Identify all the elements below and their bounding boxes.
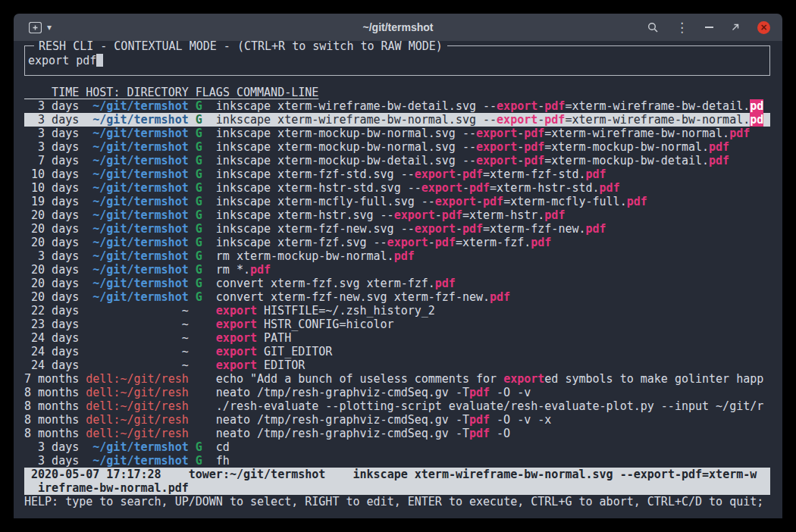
row-host-dir: ~/git/termshot	[86, 249, 188, 263]
close-button[interactable]: ×	[757, 21, 770, 34]
search-match: pdf	[544, 208, 565, 222]
history-row[interactable]: 3 days ~/git/termshot G fh	[24, 454, 770, 468]
search-match: pdf	[544, 113, 565, 127]
command-text: inkscape xterm-mockup-bw-detail.svg --	[216, 154, 476, 167]
command-text: -O	[490, 427, 510, 440]
row-command: export GIT_EDITOR	[216, 345, 333, 358]
history-row[interactable]: 8 months dell:~/git/resh ./resh-evaluate…	[24, 399, 770, 413]
search-match: pdf	[394, 249, 415, 263]
history-row[interactable]: 20 days ~/git/termshot G inkscape xterm-…	[24, 236, 770, 249]
history-row[interactable]: 22 days ~ export HISTFILE=~/.zsh_history…	[24, 304, 770, 318]
dropdown-caret-icon[interactable]: ▾	[47, 22, 52, 33]
command-text: echo "Add a bunch of useless comments fo…	[216, 372, 503, 386]
row-host-dir: ~	[86, 358, 188, 372]
command-text: inkscape xterm-fzf-new.svg --	[216, 222, 415, 236]
history-row[interactable]: 3 days ~/git/termshot G inkscape xterm-m…	[24, 127, 770, 140]
row-flags: G	[196, 440, 202, 454]
history-row[interactable]: 23 days ~ export HSTR_CONFIG=hicolor	[24, 318, 770, 331]
history-row[interactable]: 3 days ~/git/termshot G cd	[24, 440, 770, 454]
row-host-dir: ~/git/termshot	[86, 99, 188, 113]
history-row[interactable]: 24 days ~ export GIT_EDITOR	[24, 345, 770, 358]
row-host-dir: ~/git/termshot	[86, 290, 188, 304]
row-command: inkscape xterm-hstr.svg --export-pdf=xte…	[216, 208, 566, 222]
restore-button[interactable]	[730, 22, 741, 33]
search-match: pdf	[490, 290, 510, 304]
row-host-dir: ~/git/termshot	[86, 127, 188, 140]
command-text: -	[456, 222, 462, 236]
row-command: convert xterm-fzf.svg xterm-fzf.pdf	[216, 277, 456, 290]
history-row[interactable]: 10 days ~/git/termshot G inkscape xterm-…	[24, 167, 770, 181]
row-host-dir: ~/git/termshot	[86, 140, 188, 154]
row-flags: G	[196, 222, 202, 236]
search-match: pdf	[544, 99, 565, 113]
menu-kebab-icon[interactable]: ⋮	[675, 21, 688, 34]
row-flags: G	[196, 113, 202, 127]
row-time: 3 days	[24, 440, 79, 454]
row-host-dir: ~	[86, 345, 188, 358]
minimize-button[interactable]	[705, 27, 713, 28]
search-query-text: export pdf	[28, 54, 96, 67]
row-flags: G	[196, 140, 202, 154]
row-time: 20 days	[24, 290, 79, 304]
new-terminal-icon[interactable]	[29, 22, 42, 33]
history-row[interactable]: 8 months dell:~/git/resh neato /tmp/resh…	[24, 386, 770, 399]
search-match: pdf	[729, 127, 750, 140]
history-row[interactable]: 3 days ~/git/termshot G rm xterm-mockup-…	[24, 249, 770, 263]
history-list: 3 days ~/git/termshot G inkscape xterm-w…	[24, 99, 770, 468]
row-flags: G	[196, 181, 202, 195]
history-row[interactable]: 19 days ~/git/termshot G inkscape xterm-…	[24, 195, 770, 208]
history-row[interactable]: 7 days ~/git/termshot G inkscape xterm-m…	[24, 154, 770, 167]
search-match: pdf	[586, 167, 606, 181]
search-match: pd	[750, 99, 763, 113]
row-time: 20 days	[24, 263, 79, 277]
row-host-dir: ~/git/termshot	[86, 167, 188, 181]
history-row[interactable]: 3 days ~/git/termshot G inkscape xterm-m…	[24, 140, 770, 154]
history-row[interactable]: 3 days ~/git/termshot G inkscape xterm-w…	[24, 99, 770, 113]
history-row[interactable]: 24 days ~ export EDITOR	[24, 358, 770, 372]
row-command: export PATH	[216, 331, 291, 345]
history-row[interactable]: 20 days ~/git/termshot G inkscape xterm-…	[24, 208, 770, 222]
search-match: export	[435, 195, 476, 208]
history-row[interactable]: 10 days ~/git/termshot G inkscape xterm-…	[24, 181, 770, 195]
history-row[interactable]: 7 months dell:~/git/resh echo "Add a bun…	[24, 372, 770, 386]
search-match: pdf	[462, 167, 483, 181]
history-row[interactable]: 24 days ~ export PATH	[24, 331, 770, 345]
search-icon[interactable]	[647, 22, 659, 33]
history-row[interactable]: 20 days ~/git/termshot G rm *.pdf	[24, 263, 770, 277]
search-match: export	[422, 181, 462, 195]
row-command: neato /tmp/resh-graphviz-cmdSeq.gv -Tpdf…	[216, 386, 531, 399]
command-text: ./resh-evaluate --plotting-script evalua…	[216, 399, 763, 413]
history-row[interactable]: 8 months dell:~/git/resh neato /tmp/resh…	[24, 413, 770, 427]
row-time: 20 days	[24, 222, 79, 236]
search-input[interactable]: export pdf	[28, 54, 103, 67]
history-row[interactable]: 8 months dell:~/git/resh neato /tmp/resh…	[24, 427, 770, 440]
row-host-dir: dell:~/git/resh	[86, 372, 188, 386]
row-time: 3 days	[24, 140, 79, 154]
row-time: 19 days	[24, 195, 79, 208]
search-match: export	[216, 358, 257, 372]
row-flags: G	[196, 195, 202, 208]
command-text: inkscape xterm-wireframe-bw-detail.svg -…	[216, 99, 497, 113]
history-row-selected[interactable]: 3 days ~/git/termshot G inkscape xterm-w…	[24, 113, 770, 127]
command-text: neato /tmp/resh-graphviz-cmdSeq.gv -T	[216, 413, 469, 427]
history-row[interactable]: 20 days ~/git/termshot G convert xterm-f…	[24, 277, 770, 290]
terminal: RESH CLI - CONTEXTUAL MODE - (CTRL+R to …	[14, 41, 782, 518]
history-row[interactable]: 20 days ~/git/termshot G convert xterm-f…	[24, 290, 770, 304]
history-row[interactable]: 20 days ~/git/termshot G inkscape xterm-…	[24, 222, 770, 236]
row-time: 23 days	[24, 318, 79, 331]
window-title: ~/git/termshot	[363, 21, 434, 33]
command-text: ed symbols to make golinter happ	[544, 372, 763, 386]
search-match: pdf	[524, 140, 544, 154]
row-time: 20 days	[24, 236, 79, 249]
row-command: rm xterm-mockup-bw-normal.pdf	[216, 249, 415, 263]
command-text: =xterm-mcfly-full.	[503, 195, 627, 208]
row-host-dir: dell:~/git/resh	[86, 399, 188, 413]
row-time: 24 days	[24, 331, 79, 345]
row-host-dir: dell:~/git/resh	[86, 427, 188, 440]
help-line: HELP: type to search, UP/DOWN to select,…	[24, 495, 770, 509]
row-host-dir: ~/git/termshot	[86, 195, 188, 208]
command-text: rm *.	[216, 263, 250, 277]
row-command: inkscape xterm-wireframe-bw-normal.svg -…	[216, 113, 763, 127]
titlebar-left-group: ▾	[14, 22, 52, 33]
titlebar: ▾ ~/git/termshot ⋮ ×	[14, 14, 782, 41]
